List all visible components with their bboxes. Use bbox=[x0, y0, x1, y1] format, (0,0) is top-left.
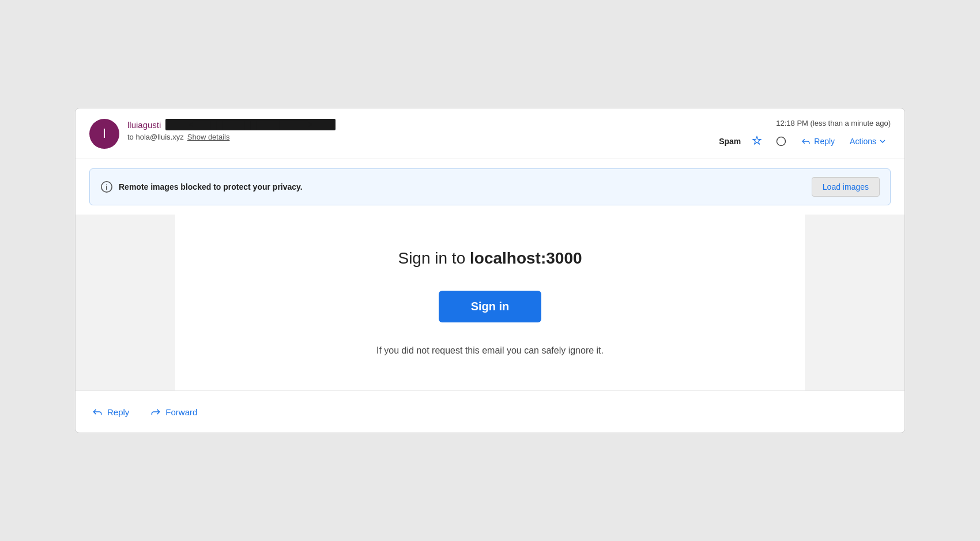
timestamp: 12:18 PM (less than a minute ago) bbox=[776, 119, 891, 127]
email-viewer: l lluiagusti <████████████████████> to h… bbox=[75, 108, 905, 433]
footer-reply-button[interactable]: Reply bbox=[89, 403, 131, 421]
email-title-prefix: Sign in to bbox=[398, 249, 470, 267]
footer-reply-icon bbox=[92, 406, 103, 418]
pin-icon bbox=[751, 136, 763, 147]
ignore-text: If you did not request this email you ca… bbox=[376, 345, 604, 356]
sender-name: lluiagusti bbox=[127, 120, 161, 130]
email-content-wrapper: Sign in to localhost:3000 Sign in If you… bbox=[175, 215, 805, 390]
footer-forward-label: Forward bbox=[165, 407, 197, 417]
sender-info: lluiagusti <████████████████████> to hol… bbox=[127, 119, 336, 141]
privacy-notice-left: Remote images blocked to protect your pr… bbox=[100, 181, 303, 193]
circle-icon bbox=[775, 136, 787, 147]
chevron-down-icon bbox=[878, 137, 887, 146]
svg-point-0 bbox=[777, 137, 786, 146]
show-details-link[interactable]: Show details bbox=[187, 133, 230, 141]
header-right: 12:18 PM (less than a minute ago) Spam bbox=[719, 119, 891, 149]
footer-forward-button[interactable]: Forward bbox=[148, 403, 199, 421]
signin-button[interactable]: Sign in bbox=[439, 291, 542, 322]
sender-name-line: lluiagusti <████████████████████> bbox=[127, 119, 336, 130]
actions-button[interactable]: Actions bbox=[846, 134, 891, 148]
spam-label: Spam bbox=[719, 137, 741, 146]
email-header: l lluiagusti <████████████████████> to h… bbox=[76, 108, 904, 159]
footer-forward-icon bbox=[150, 406, 161, 418]
avatar: l bbox=[89, 119, 119, 149]
header-actions: Spam bbox=[719, 133, 891, 149]
recipient-line: to hola@lluis.xyz Show details bbox=[127, 133, 336, 141]
privacy-notice: Remote images blocked to protect your pr… bbox=[89, 168, 891, 205]
email-title: Sign in to localhost:3000 bbox=[398, 249, 582, 268]
sender-email-redacted: <████████████████████> bbox=[165, 119, 336, 130]
avatar-letter: l bbox=[103, 126, 106, 141]
reply-button[interactable]: Reply bbox=[797, 134, 838, 149]
reply-icon bbox=[801, 136, 811, 146]
email-footer: Reply Forward bbox=[76, 390, 904, 433]
actions-label: Actions bbox=[850, 137, 876, 146]
load-images-button[interactable]: Load images bbox=[812, 177, 880, 197]
email-body-inner: Sign in to localhost:3000 Sign in If you… bbox=[76, 215, 904, 390]
recipient-text: to hola@lluis.xyz bbox=[127, 133, 184, 141]
info-icon bbox=[100, 181, 113, 193]
footer-reply-label: Reply bbox=[107, 407, 129, 417]
sender-section: l lluiagusti <████████████████████> to h… bbox=[89, 119, 336, 149]
email-body: Sign in to localhost:3000 Sign in If you… bbox=[76, 215, 904, 390]
circle-button[interactable] bbox=[773, 133, 789, 149]
email-title-bold: localhost:3000 bbox=[470, 249, 582, 267]
reply-label: Reply bbox=[814, 137, 835, 146]
privacy-text: Remote images blocked to protect your pr… bbox=[119, 182, 303, 191]
pin-button[interactable] bbox=[749, 133, 765, 149]
